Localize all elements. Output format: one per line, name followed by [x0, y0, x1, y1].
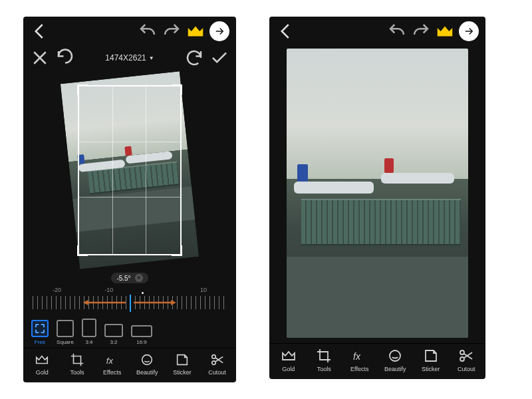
redo-button[interactable]: [411, 21, 431, 41]
top-bar: [23, 17, 236, 46]
crop-icon: [70, 352, 84, 367]
editor-crop-screen: 1474X2621 ▼ -5.: [23, 17, 236, 382]
next-button[interactable]: [459, 21, 479, 41]
straighten-ruler[interactable]: -20 -10 10: [33, 287, 227, 313]
ruler-label: -10: [104, 287, 113, 293]
photo-preview: [287, 49, 468, 338]
dimensions-value: 1474X2621: [105, 53, 146, 63]
undo-button[interactable]: [387, 21, 407, 41]
ruler-indicator: [130, 295, 131, 312]
sticker-icon: [423, 348, 439, 364]
ratio-16-9[interactable]: 16:9: [131, 325, 152, 345]
nav-effects[interactable]: fx Effects: [342, 348, 377, 372]
nav-tools[interactable]: Tools: [307, 348, 341, 372]
ratio-label: Square: [57, 339, 74, 345]
editor-main-screen: Gold Tools fx Effects Beautify Sticker C…: [269, 17, 485, 379]
nav-beautify[interactable]: Beautify: [378, 348, 412, 372]
nav-label: Gold: [282, 366, 295, 372]
face-icon: [387, 348, 403, 364]
face-icon: [140, 352, 154, 367]
nav-label: Cutout: [208, 369, 226, 376]
dimensions-dropdown[interactable]: 1474X2621 ▼: [105, 53, 154, 63]
nav-gold[interactable]: Gold: [25, 352, 59, 376]
reset-crop-button[interactable]: [55, 48, 75, 68]
ratio-free[interactable]: Free: [31, 320, 49, 345]
bottom-nav: Gold Tools fx Effects Beautify Sticker C…: [269, 343, 485, 379]
svg-text:fx: fx: [106, 356, 113, 366]
ruler-label: 10: [200, 287, 207, 293]
nav-cutout[interactable]: Cutout: [200, 352, 235, 376]
crown-icon: [281, 348, 297, 364]
nav-tools[interactable]: Tools: [60, 352, 94, 376]
confirm-crop-button[interactable]: [209, 48, 229, 68]
ratio-3-4[interactable]: 3:4: [82, 319, 96, 345]
drag-hint-right-icon: [134, 300, 176, 305]
redo-button[interactable]: [162, 21, 182, 41]
chevron-down-icon: ▼: [149, 55, 154, 61]
fx-icon: fx: [105, 352, 120, 367]
svg-point-3: [211, 361, 215, 365]
nav-label: Tools: [70, 369, 84, 376]
angle-pill[interactable]: -5.5° ✕: [111, 273, 148, 283]
svg-point-7: [460, 357, 464, 361]
nav-cutout[interactable]: Cutout: [449, 348, 483, 372]
svg-point-2: [211, 355, 215, 359]
ratio-label: Free: [35, 339, 45, 345]
cancel-crop-button[interactable]: [30, 48, 50, 68]
angle-value: -5.5°: [116, 275, 130, 282]
crop-canvas[interactable]: [23, 70, 236, 271]
crown-icon[interactable]: [186, 21, 205, 41]
nav-label: Tools: [317, 366, 331, 372]
crown-icon: [35, 352, 49, 367]
ratio-3-2[interactable]: 3:2: [104, 324, 123, 345]
ratio-square[interactable]: Square: [57, 320, 74, 345]
nav-beautify[interactable]: Beautify: [130, 352, 164, 376]
photo-canvas[interactable]: [287, 49, 468, 338]
svg-point-6: [460, 350, 464, 354]
nav-label: Gold: [36, 369, 49, 376]
nav-label: Effects: [103, 369, 121, 376]
nav-label: Effects: [350, 366, 368, 372]
ratio-label: 16:9: [136, 339, 147, 345]
ruler-label: -20: [53, 287, 61, 293]
undo-button[interactable]: [138, 21, 158, 41]
svg-point-5: [390, 350, 400, 361]
photo-preview: [61, 71, 199, 269]
fx-icon: fx: [352, 348, 368, 364]
back-button[interactable]: [30, 21, 50, 41]
nav-label: Sticker: [173, 369, 192, 376]
next-button[interactable]: [209, 21, 229, 41]
rotate-90-button[interactable]: [184, 48, 204, 68]
sticker-icon: [175, 352, 190, 367]
clear-angle-button[interactable]: ✕: [135, 274, 143, 282]
nav-label: Sticker: [422, 366, 440, 372]
nav-label: Beautify: [384, 366, 406, 372]
crop-icon: [316, 348, 332, 364]
svg-point-1: [142, 355, 152, 365]
nav-gold[interactable]: Gold: [271, 348, 306, 372]
nav-label: Beautify: [136, 369, 158, 376]
svg-text:fx: fx: [353, 351, 361, 362]
crop-sub-bar: 1474X2621 ▼: [23, 46, 236, 70]
back-button[interactable]: [276, 21, 296, 41]
bottom-nav: Gold Tools fx Effects Beautify Sticker C…: [23, 348, 236, 382]
ratio-label: 3:4: [85, 339, 92, 345]
aspect-ratio-row: Free Square 3:4 3:2 16:9: [23, 316, 236, 348]
nav-sticker[interactable]: Sticker: [414, 348, 448, 372]
scissors-icon: [210, 352, 225, 367]
scissors-icon: [458, 348, 474, 364]
top-bar: [269, 17, 485, 46]
nav-effects[interactable]: fx Effects: [95, 352, 130, 376]
drag-hint-left-icon: [83, 300, 126, 305]
crown-icon[interactable]: [435, 21, 455, 41]
ratio-label: 3:2: [110, 339, 117, 345]
nav-label: Cutout: [458, 366, 475, 372]
nav-sticker[interactable]: Sticker: [165, 352, 200, 376]
angle-readout-row: -5.5° ✕: [23, 271, 236, 285]
